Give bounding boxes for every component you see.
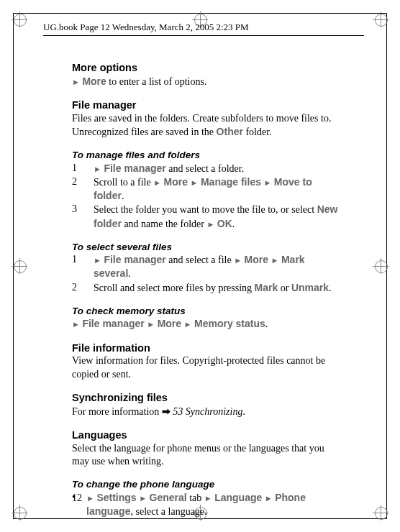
menu-path: Language	[214, 492, 262, 503]
body-text: to enter a list of options.	[106, 76, 207, 87]
body-text: Files are saved in the folders. Create s…	[72, 113, 331, 137]
section-change-language: To change the phone language • ► Setting…	[72, 478, 342, 518]
crop-mark-icon	[12, 12, 27, 27]
crop-mark-icon	[12, 505, 27, 520]
list-number: 2	[72, 175, 94, 203]
list-item: 2 Scroll and select more files by pressi…	[72, 281, 342, 295]
body-text: Scroll and select more files by pressing	[94, 283, 255, 293]
arrow-icon: ►	[234, 256, 242, 265]
body-text: and select a file	[166, 254, 234, 265]
body-text: .	[265, 318, 268, 329]
list-body: Scroll and select more files by pressing…	[94, 281, 342, 295]
list-item: 1 ► File manager and select a folder.	[72, 162, 342, 175]
body-text: Files are saved in the folders. Create s…	[72, 112, 342, 139]
menu-path: More	[245, 254, 268, 265]
menu-path: Unmark	[291, 282, 329, 293]
crop-mark-icon	[373, 258, 388, 274]
heading-languages: Languages	[72, 428, 342, 442]
body-text: For more information ➡ 53 Synchronizing.	[72, 405, 342, 418]
subheading-select-files: To select several files	[72, 241, 342, 254]
section-select-files: To select several files 1 ► File manager…	[72, 241, 342, 295]
body-text: .	[232, 219, 235, 229]
section-manage-files: To manage files and folders 1 ► File man…	[72, 149, 342, 230]
menu-path: File manager	[104, 162, 165, 174]
body-text: .	[329, 283, 332, 293]
crop-mark-icon	[12, 258, 27, 274]
reference-arrow-icon: ➡	[162, 405, 171, 417]
list-item: 2 Scroll to a file ► More ► Manage files…	[72, 175, 342, 203]
menu-path: General	[150, 492, 187, 503]
arrow-icon: ►	[153, 178, 161, 187]
arrow-icon: ►	[263, 178, 271, 187]
arrow-icon: ►	[184, 320, 192, 329]
body-text: Select the language for phone menus or t…	[72, 442, 342, 468]
body-text: ► File manager ► More ► Memory status.	[72, 317, 342, 331]
subheading-manage-files: To manage files and folders	[72, 149, 342, 162]
body-text: View information for files. Copyright-pr…	[72, 354, 342, 380]
list-number: 3	[72, 203, 94, 230]
menu-path: More	[82, 75, 106, 87]
list-number: 1	[72, 253, 94, 280]
menu-path: Memory status	[194, 318, 265, 329]
body-text: Select the folder you want to move the f…	[94, 204, 317, 215]
body-text: Scroll to a file	[94, 177, 153, 188]
section-languages: Languages Select the language for phone …	[72, 428, 342, 468]
menu-path: File manager	[82, 318, 144, 329]
section-sync-files: Synchronizing files For more information…	[72, 391, 342, 418]
arrow-icon: ►	[72, 320, 80, 329]
list-number: 1	[72, 162, 94, 175]
body-text: , select a language.	[130, 506, 206, 517]
list-body: ► File manager and select a folder.	[94, 162, 342, 175]
subheading-change-language: To change the phone language	[72, 478, 342, 491]
list-body: Select the folder you want to move the f…	[94, 203, 342, 230]
arrow-icon: ►	[139, 494, 147, 503]
menu-path: More	[158, 318, 181, 329]
menu-path: Other	[217, 126, 243, 137]
page-content: More options ► More to enter a list of o…	[72, 61, 342, 528]
section-more-options: More options ► More to enter a list of o…	[72, 61, 342, 88]
arrow-icon: ►	[72, 78, 80, 86]
menu-path: File manager	[104, 254, 165, 265]
list-body: Scroll to a file ► More ► Manage files ►…	[94, 175, 342, 203]
menu-path: OK	[217, 218, 232, 229]
crop-mark-icon	[373, 505, 388, 520]
arrow-icon: ►	[94, 165, 101, 173]
heading-sync-files: Synchronizing files	[72, 391, 342, 405]
body-text: .	[128, 268, 131, 279]
arrow-icon: ►	[147, 320, 155, 329]
body-text: For more information	[72, 406, 162, 417]
page-header: UG.book Page 12 Wednesday, March 2, 2005…	[43, 22, 364, 36]
arrow-icon: ►	[265, 494, 273, 503]
heading-file-manager: File manager	[72, 98, 342, 112]
section-memory-status: To check memory status ► File manager ► …	[72, 305, 342, 331]
section-file-manager: File manager Files are saved in the fold…	[72, 98, 342, 139]
heading-more-options: More options	[72, 61, 342, 75]
list-number: 2	[72, 281, 94, 295]
body-text: and select a folder.	[166, 163, 244, 174]
list-body: ► File manager and select a file ► More …	[94, 253, 342, 280]
body-text: ► More to enter a list of options.	[72, 75, 342, 88]
list-item: • ► Settings ► General tab ► Language ► …	[72, 491, 342, 518]
menu-path: Settings	[96, 492, 136, 503]
list-body: ► Settings ► General tab ► Language ► Ph…	[86, 491, 342, 518]
subheading-memory-status: To check memory status	[72, 305, 342, 318]
page-number: 12	[72, 492, 82, 505]
body-text: or	[278, 283, 291, 293]
crop-mark-icon	[373, 12, 388, 27]
arrow-icon: ►	[191, 178, 199, 187]
arrow-icon: ►	[204, 494, 212, 503]
arrow-icon: ►	[271, 256, 279, 265]
arrow-icon: ►	[206, 220, 214, 229]
menu-path: Mark	[255, 282, 278, 293]
list-item: 3 Select the folder you want to move the…	[72, 203, 342, 230]
body-text: .	[242, 406, 245, 417]
list-item: 1 ► File manager and select a file ► Mor…	[72, 253, 342, 280]
body-text: folder.	[243, 127, 272, 137]
heading-file-info: File information	[72, 341, 342, 355]
reference-text: 53 Synchronizing	[171, 406, 243, 417]
menu-path: Manage files	[201, 176, 261, 188]
arrow-icon: ►	[86, 494, 94, 503]
body-text: and name the folder	[122, 219, 207, 229]
section-file-info: File information View information for fi…	[72, 341, 342, 381]
body-text: .	[122, 191, 124, 201]
